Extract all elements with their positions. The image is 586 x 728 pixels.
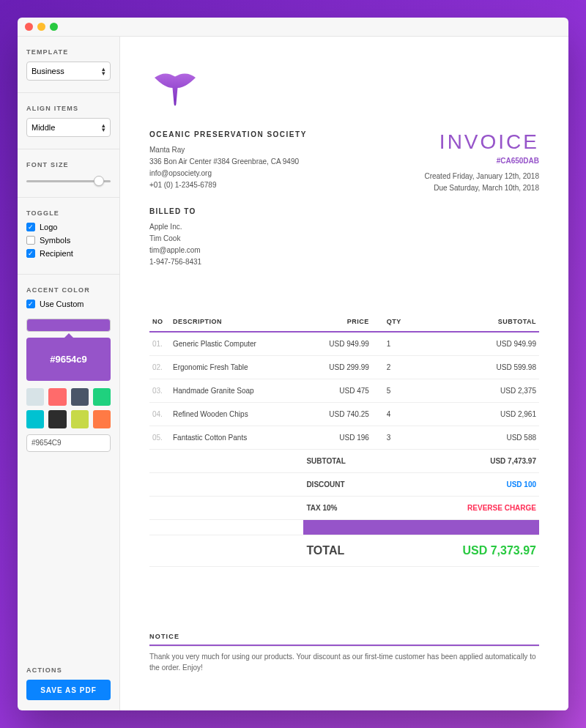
color-swatch[interactable] [26, 388, 44, 406]
company-line: info@opsociety.org [149, 168, 307, 179]
invoice-due: Due Saturday, March 10th, 2018 [424, 182, 539, 194]
table-row: 05.Fantastic Cotton PantsUSD 1963USD 588 [149, 426, 539, 450]
minimize-icon[interactable] [37, 23, 45, 31]
toggle-checkbox[interactable]: ✓ [26, 249, 35, 258]
company-line: +01 (0) 1-2345-6789 [149, 179, 307, 191]
company-line: 336 Bon Air Center #384 Greenbrae, CA 94… [149, 156, 307, 168]
invoice-document: OCEANIC PRESERVATION SOCIETY Manta Ray 3… [120, 37, 568, 695]
col-desc: DESCRIPTION [170, 312, 303, 331]
col-qty: QTY [372, 312, 420, 331]
close-icon[interactable] [25, 23, 33, 31]
table-row: 04.Refined Wooden ChipsUSD 740.254USD 2,… [149, 403, 539, 426]
billed-person: Tim Cook [149, 233, 539, 245]
template-select[interactable]: Business ▴▾ [26, 62, 111, 81]
window-controls [25, 23, 58, 31]
notice-text: Thank you very much for using our produc… [149, 646, 539, 673]
billed-phone: 1-947-756-8431 [149, 256, 539, 268]
zoom-icon[interactable] [50, 23, 58, 31]
popover-hex: #9654c9 [50, 354, 87, 365]
table-row: 01.Generic Plastic ComputerUSD 949.991US… [149, 333, 539, 356]
subtotal-value: USD 7,473.97 [420, 450, 539, 473]
table-row: 02.Ergonomic Fresh TableUSD 299.992USD 5… [149, 356, 539, 379]
align-value: Middle [31, 123, 55, 132]
color-swatch[interactable] [26, 410, 44, 428]
invoice-created: Created Friday, January 12th, 2018 [424, 171, 539, 182]
notice-label: NOTICE [149, 633, 539, 640]
app-window: TEMPLATE Business ▴▾ ALIGN ITEMS Middle … [18, 18, 568, 710]
company-name: OCEANIC PRESERVATION SOCIETY [149, 130, 307, 138]
save-as-pdf-button[interactable]: SAVE AS PDF [26, 680, 111, 700]
toggle-label: Symbols [40, 236, 70, 245]
color-swatch[interactable] [71, 388, 89, 406]
line-items-table: NO DESCRIPTION PRICE QTY SUBTOTAL 01.Gen… [149, 312, 539, 567]
align-select[interactable]: Middle ▴▾ [26, 118, 111, 137]
toggle-label: TOGGLE [26, 209, 111, 217]
actions-label: ACTIONS [26, 666, 111, 674]
hex-input[interactable]: #9654C9 [26, 434, 111, 452]
use-custom-label: Use Custom [40, 300, 84, 308]
chevron-updown-icon: ▴▾ [102, 66, 105, 77]
align-label: ALIGN ITEMS [26, 105, 111, 112]
toggle-label: Recipient [40, 249, 73, 258]
template-value: Business [31, 67, 64, 75]
subtotal-label: SUBTOTAL [303, 450, 420, 473]
discount-value: USD 100 [420, 473, 539, 497]
invoice-number: #CA650DAB [424, 157, 539, 165]
accent-swatch[interactable] [26, 319, 111, 332]
color-swatch[interactable] [93, 410, 111, 428]
col-no: NO [149, 312, 170, 331]
tax-label: TAX 10% [303, 497, 420, 520]
color-popover: #9654c9 [26, 338, 111, 381]
company-logo-icon [149, 66, 539, 111]
invoice-title: INVOICE [424, 130, 539, 154]
color-swatch[interactable] [93, 388, 111, 406]
font-size-label: FONT SIZE [26, 161, 111, 168]
chevron-updown-icon: ▴▾ [102, 122, 105, 133]
company-line: Manta Ray [149, 144, 307, 156]
tax-value: REVERSE CHARGE [420, 497, 539, 520]
toggle-label: Logo [40, 223, 57, 231]
color-swatch[interactable] [48, 410, 66, 428]
font-size-slider[interactable] [26, 180, 111, 182]
discount-label: DISCOUNT [303, 473, 420, 497]
billed-name: Apple Inc. [149, 221, 539, 233]
titlebar [18, 18, 568, 37]
slider-thumb-icon[interactable] [94, 176, 104, 186]
toggle-checkbox[interactable] [26, 236, 35, 245]
total-label: TOTAL [303, 535, 420, 567]
swatch-grid [26, 388, 111, 428]
color-swatch[interactable] [71, 410, 89, 428]
toggle-checkbox[interactable]: ✓ [26, 223, 35, 231]
sidebar: TEMPLATE Business ▴▾ ALIGN ITEMS Middle … [18, 37, 120, 710]
color-swatch[interactable] [48, 388, 66, 406]
total-value: USD 7,373.97 [420, 535, 539, 567]
billed-email: tim@apple.com [149, 245, 539, 256]
use-custom-checkbox[interactable]: ✓ [26, 300, 35, 308]
col-price: PRICE [303, 312, 371, 331]
template-label: TEMPLATE [26, 48, 111, 56]
billed-to-label: BILLED TO [149, 207, 539, 215]
accent-label: ACCENT COLOR [26, 286, 111, 294]
col-subtotal: SUBTOTAL [420, 312, 539, 331]
table-row: 03.Handmade Granite SoapUSD 4755USD 2,37… [149, 379, 539, 403]
